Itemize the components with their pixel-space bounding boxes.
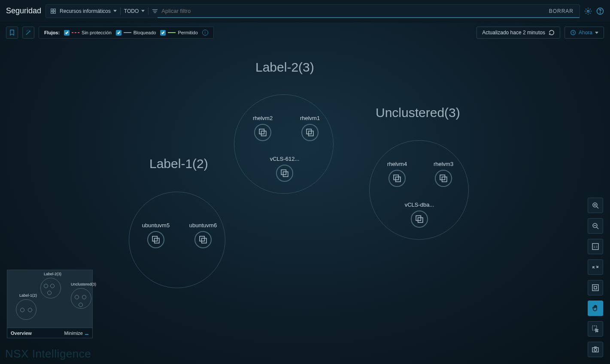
svg-rect-16 [283,172,288,177]
filter-bar: Recursos informáticos TODO BORRAR [46,4,580,18]
svg-rect-12 [261,131,266,136]
filter-input[interactable] [161,8,545,14]
center-button[interactable] [588,280,603,295]
flow-unprotected[interactable]: Sin protección [64,30,112,36]
zoom-in-button[interactable] [588,198,603,213]
resources-icon [50,8,56,14]
separator [120,7,121,15]
vm-vcls612[interactable]: vCLS-612... [265,156,304,182]
chevron-down-icon [595,32,598,34]
svg-rect-39 [592,326,597,330]
help-icon[interactable] [596,7,604,15]
flows-legend: Flujos: Sin protección Bloqueado Permiti… [39,27,214,39]
overview-minimize[interactable]: Minimize [64,331,89,336]
flow-allowed[interactable]: Permitido [160,30,197,36]
vm-rhelvm2[interactable]: rhelvm2 [243,115,282,141]
vm-rhelvm1[interactable]: rhelvm1 [291,115,329,141]
svg-rect-21 [416,216,421,220]
svg-rect-17 [394,175,398,180]
svg-rect-13 [307,129,311,134]
separator [148,7,149,15]
svg-rect-19 [440,175,445,180]
refresh-icon [549,30,555,36]
flows-label: Flujos: [44,30,60,35]
group-label-unclustered: Unclustered(3) [376,105,460,120]
svg-text:1:1: 1:1 [593,245,598,248]
flow-blocked[interactable]: Bloqueado [116,30,156,36]
filter-icon[interactable] [152,8,158,14]
magic-wand-button[interactable] [22,27,34,39]
svg-rect-23 [152,236,157,241]
svg-rect-38 [594,286,597,289]
vm-vclsdba[interactable]: vCLS-dba... [400,202,439,228]
svg-rect-18 [396,177,401,182]
ov-label-b: Unclustered(3) [71,282,96,286]
group-label-2: Label-2(3) [255,60,314,75]
svg-rect-0 [51,9,53,10]
chevron-down-icon [141,10,145,12]
overview-title: Overview [11,331,32,336]
info-icon[interactable]: i [202,30,208,36]
bookmark-button[interactable] [6,27,18,39]
ov-label-a: Label-2(3) [44,272,61,276]
brand-label: NSX Intelligence [5,347,91,361]
clear-button[interactable]: BORRAR [549,8,575,14]
zoom-actual-button[interactable]: 1:1 [588,239,603,254]
vm-ubuntuvm5[interactable]: ubuntuvm5 [137,222,175,248]
svg-line-29 [597,207,598,208]
vm-ubuntuvm6[interactable]: ubuntuvm6 [184,222,222,248]
zoom-out-button[interactable] [588,218,603,234]
fit-button[interactable] [588,259,603,275]
updated-status[interactable]: Actualizado hace 2 minutos [476,27,560,39]
snapshot-button[interactable] [588,342,603,357]
settings-icon[interactable] [584,7,592,15]
svg-rect-26 [202,238,206,243]
ov-label-c: Label-1(2) [19,293,37,298]
ov-circle-a [40,278,61,298]
view-tool-rail: 1:1 [588,198,603,357]
resources-dropdown[interactable]: Recursos informáticos [60,8,117,14]
svg-rect-15 [281,170,286,174]
svg-rect-11 [259,129,264,134]
svg-rect-14 [309,131,313,136]
scope-dropdown[interactable]: TODO [124,8,145,14]
svg-rect-25 [200,236,204,241]
pan-button[interactable] [588,301,603,316]
page-title: Seguridad [6,6,41,15]
svg-rect-24 [155,238,159,243]
svg-rect-2 [51,11,53,13]
svg-rect-3 [54,11,55,13]
vm-rhelvm3[interactable]: rhelvm3 [424,161,463,187]
svg-point-7 [587,10,589,12]
svg-rect-22 [418,218,423,223]
svg-rect-1 [54,9,55,10]
vm-rhelvm4[interactable]: rhelvm4 [378,161,416,187]
svg-rect-37 [592,285,598,291]
select-button[interactable] [588,321,603,337]
svg-line-33 [597,227,598,229]
now-button[interactable]: Ahora [564,27,604,39]
svg-point-41 [594,349,597,351]
overview-panel[interactable]: Label-2(3) Unclustered(3) Label-1(2) Ove… [7,270,93,338]
svg-rect-20 [442,177,447,182]
clock-icon [570,30,576,36]
svg-point-9 [600,12,600,13]
ov-circle-c [16,299,36,320]
group-label-1: Label-1(2) [149,156,208,171]
chevron-down-icon [113,10,117,12]
